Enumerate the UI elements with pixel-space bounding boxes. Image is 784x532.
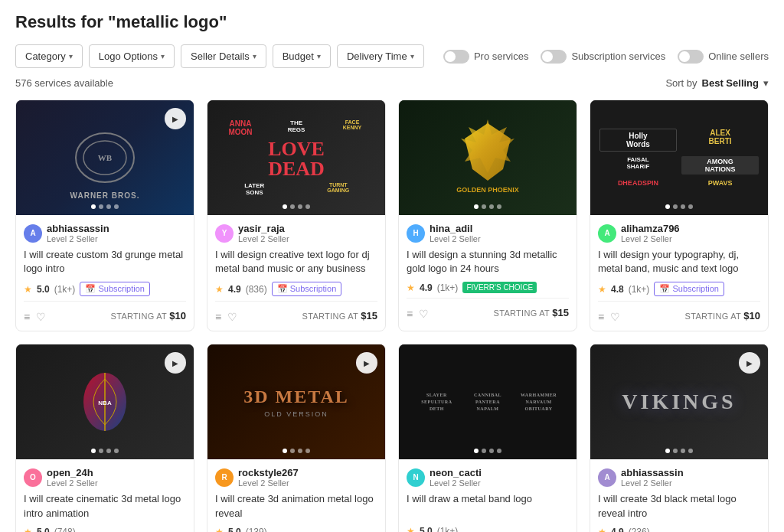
rating-count: (1k+): [629, 284, 650, 295]
dot: [489, 449, 494, 453]
card-1[interactable]: WB WARNER BROS. ▶ A abhiassassin: [15, 100, 194, 331]
card-title: I will create 3d animation metal logo re…: [215, 492, 377, 520]
price-value: $15: [361, 310, 377, 321]
menu-icon[interactable]: ≡: [598, 311, 604, 323]
card-7[interactable]: SLAYERCANNIBALWARHAMMERSEPULTURAPANTERAN…: [398, 344, 577, 532]
stars-icon: ★: [215, 284, 224, 295]
heart-icon[interactable]: ♡: [36, 311, 46, 323]
card-image-4: HollyWords ALEXBERTI FAISALSHARIF AMONGN…: [590, 100, 768, 215]
rating-row: ★ 5.0 (1k+) 📅 Subscription: [24, 282, 186, 296]
card-title: I will create custom 3d grunge metal log…: [24, 248, 186, 276]
chevron-down-icon: ▾: [317, 52, 321, 60]
card-4[interactable]: HollyWords ALEXBERTI FAISALSHARIF AMONGN…: [590, 100, 769, 331]
chevron-down-icon: ▾: [161, 52, 165, 60]
price-row: ≡ ♡ STARTING AT $10: [598, 301, 760, 323]
seller-name: hina_adil: [430, 223, 481, 234]
seller-info: A abhiassassin Level 2 Seller: [598, 467, 760, 488]
stars-icon: ★: [598, 284, 606, 295]
subscription-badge: 📅 Subscription: [80, 282, 150, 296]
toggle-online-switch[interactable]: [678, 50, 704, 64]
stars-icon: ★: [407, 526, 415, 532]
filter-category[interactable]: Category ▾: [15, 44, 83, 68]
dot: [474, 204, 479, 209]
heart-icon[interactable]: ♡: [419, 308, 429, 320]
card-image-7: SLAYERCANNIBALWARHAMMERSEPULTURAPANTERAN…: [399, 344, 577, 459]
rating-count: (1k+): [437, 282, 459, 293]
filter-seller-details[interactable]: Seller Details ▾: [181, 44, 266, 68]
card-body: O open_24h Level 2 Seller I will create …: [16, 459, 194, 532]
card-2[interactable]: ANNAMOON THEREGS FACEKENNY LOVEDEAD LATE…: [207, 100, 386, 331]
seller-level: Level 2 Seller: [238, 234, 289, 243]
card-actions: ≡ ♡: [215, 311, 237, 323]
seller-info: H hina_adil Level 2 Seller: [407, 223, 569, 243]
rating-value: 4.9: [420, 282, 433, 293]
dot: [673, 449, 678, 453]
dot: [489, 204, 494, 209]
card-image-5: NBA ▶: [16, 344, 194, 459]
dot: [298, 204, 302, 209]
dot: [290, 204, 295, 209]
play-icon[interactable]: ▶: [165, 108, 186, 129]
card-image-8: VIKINGS ▶: [590, 344, 768, 459]
dot: [497, 449, 501, 453]
card-body: R rockstyle267 Level 2 Seller I will cre…: [207, 459, 385, 532]
card-3[interactable]: GOLDEN PHOENIX H hina_adil: [398, 100, 577, 331]
image-dots: [91, 204, 119, 209]
filter-budget[interactable]: Budget ▾: [273, 44, 331, 68]
rating-row: ★ 4.9 (1k+) FIVERR'S CHOICE: [407, 282, 569, 293]
toggle-subscription-switch[interactable]: [541, 50, 567, 64]
toggle-pro-services-switch[interactable]: [443, 50, 469, 64]
card-actions: ≡ ♡: [598, 311, 620, 323]
dot: [298, 449, 302, 453]
price-row: ≡ ♡ STARTING AT $10: [24, 301, 186, 323]
seller-level: Level 2 Seller: [430, 234, 481, 243]
price-value: $10: [743, 310, 760, 321]
image-dots: [91, 449, 119, 453]
price-label: STARTING AT: [111, 312, 170, 321]
card-body: N neon_cacti Level 2 Seller I will draw …: [399, 459, 577, 532]
stars-icon: ★: [24, 527, 32, 532]
dot: [283, 449, 287, 453]
svg-text:GOLDEN PHOENIX: GOLDEN PHOENIX: [456, 186, 519, 194]
dot: [305, 204, 310, 209]
chevron-down-icon: ▾: [763, 77, 769, 89]
dot: [283, 204, 287, 209]
rating-row: ★ 4.9 (236): [598, 527, 760, 532]
rating-row: ★ 5.0 (139): [215, 527, 377, 532]
avatar: O: [24, 468, 42, 487]
card-title: I will design creative text logo for dj …: [215, 248, 377, 276]
seller-name: open_24h: [47, 467, 98, 478]
filter-delivery-time[interactable]: Delivery Time ▾: [337, 44, 424, 68]
filter-logo-options[interactable]: Logo Options ▾: [89, 44, 175, 68]
seller-name: alihamza796: [621, 223, 680, 234]
card-body: A abhiassassin Level 2 Seller I will cre…: [16, 215, 194, 331]
card-8[interactable]: VIKINGS ▶ A abhiassassin Level 2: [590, 344, 769, 532]
rating-count: (748): [54, 527, 76, 532]
image-dots: [665, 449, 693, 453]
dot: [688, 449, 693, 453]
page-title: Results for "metallic logo": [15, 12, 769, 32]
dot: [114, 449, 119, 453]
rating-row: ★ 4.9 (836) 📅 Subscription: [215, 282, 377, 296]
menu-icon[interactable]: ≡: [24, 311, 30, 323]
seller-name: abhiassassin: [621, 467, 684, 478]
heart-icon[interactable]: ♡: [610, 311, 620, 323]
heart-icon[interactable]: ♡: [227, 311, 237, 323]
menu-icon[interactable]: ≡: [407, 308, 413, 320]
cards-grid: WB WARNER BROS. ▶ A abhiassassin: [15, 100, 769, 532]
card-5[interactable]: NBA ▶ O open_24h Level 2 S: [15, 344, 194, 532]
card-actions: ≡ ♡: [24, 311, 46, 323]
price-value: $15: [552, 307, 569, 318]
dot: [673, 204, 678, 209]
card-6[interactable]: 3D METAL OLD VERSION ▶ R rocks: [207, 344, 386, 532]
chevron-down-icon: ▾: [69, 52, 73, 60]
rating-value: 4.9: [611, 527, 624, 532]
card-title: I will create 3d black metal logo reveal…: [598, 492, 760, 520]
subscription-badge: 📅 Subscription: [654, 282, 724, 296]
rating-row: ★ 5.0 (748): [24, 527, 186, 532]
dot: [681, 204, 685, 209]
card-body: H hina_adil Level 2 Seller I will design…: [399, 215, 577, 328]
seller-level: Level 2 Seller: [238, 478, 299, 488]
menu-icon[interactable]: ≡: [215, 311, 221, 323]
seller-info: O open_24h Level 2 Seller: [24, 467, 186, 488]
